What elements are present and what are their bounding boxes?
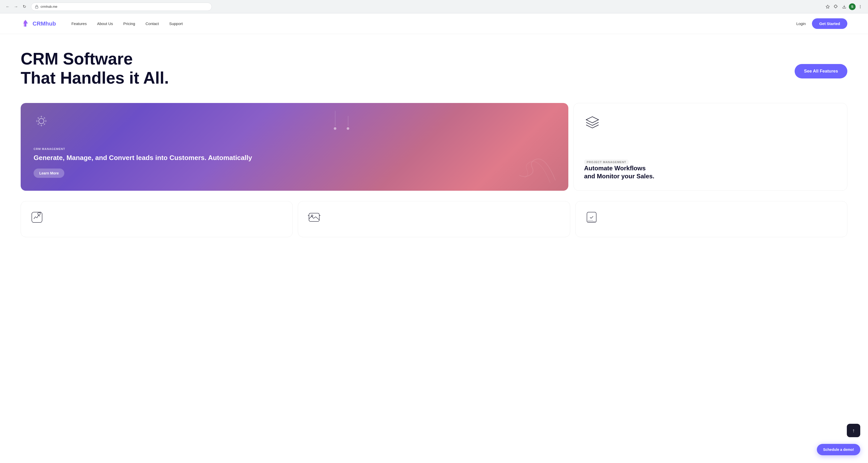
featured-card-title: Generate, Manage, and Convert leads into… xyxy=(34,154,555,162)
side-card-tag: PROJECT MANAGEMENT xyxy=(584,160,629,165)
url-text: crmhub.me xyxy=(40,5,57,8)
nav-about[interactable]: About Us xyxy=(97,22,113,26)
nav-support[interactable]: Support xyxy=(169,22,183,26)
bottom-card-tasks xyxy=(575,201,847,237)
svg-point-4 xyxy=(860,6,860,7)
browser-action-buttons: S xyxy=(824,3,864,10)
forward-button[interactable]: → xyxy=(12,3,20,10)
analytics-icon xyxy=(30,210,44,224)
gear-svg xyxy=(34,113,49,129)
side-card-content: PROJECT MANAGEMENT Automate Workflows an… xyxy=(584,160,837,180)
logo-text: CRMhub xyxy=(33,21,56,27)
side-card-title: Automate Workflows and Monitor your Sale… xyxy=(584,164,837,180)
navbar: CRMhub Features About Us Pricing Contact… xyxy=(0,13,868,34)
decorative-dots xyxy=(334,111,349,130)
hero-title: CRM Software That Handles it All. xyxy=(21,49,169,88)
bottom-card-analytics xyxy=(21,201,293,237)
nav-links: Features About Us Pricing Contact Suppor… xyxy=(71,22,796,26)
svg-point-6 xyxy=(39,119,44,124)
learn-more-button[interactable]: Learn More xyxy=(34,168,64,178)
nav-features[interactable]: Features xyxy=(71,22,87,26)
hero-section: CRM Software That Handles it All. See Al… xyxy=(0,34,868,98)
get-started-button[interactable]: Get Started xyxy=(812,18,847,29)
lock-icon xyxy=(35,5,38,8)
download-button[interactable] xyxy=(841,3,848,10)
bottom-cards-section xyxy=(0,201,868,247)
schedule-demo-button[interactable]: Schedule a demo! xyxy=(817,444,860,455)
tasks-icon xyxy=(585,210,598,224)
featured-card: CRM MANAGEMENT Generate, Manage, and Con… xyxy=(21,103,568,191)
scroll-top-button[interactable]: ↑ xyxy=(847,424,860,437)
logo-icon xyxy=(21,19,30,29)
login-button[interactable]: Login xyxy=(796,22,806,26)
nav-pricing[interactable]: Pricing xyxy=(123,22,135,26)
svg-point-5 xyxy=(860,8,860,8)
nav-right-actions: Login Get Started xyxy=(796,18,847,29)
page-wrapper: CRMhub Features About Us Pricing Contact… xyxy=(0,13,868,463)
logo[interactable]: CRMhub xyxy=(21,19,56,29)
menu-button[interactable] xyxy=(857,3,864,10)
bottom-card-gallery xyxy=(298,201,570,237)
svg-rect-13 xyxy=(587,212,596,223)
browser-nav-buttons: ← → ↻ xyxy=(4,3,28,10)
download-icon xyxy=(842,5,846,9)
gallery-icon xyxy=(307,210,321,224)
svg-rect-8 xyxy=(32,212,42,223)
svg-point-3 xyxy=(860,5,860,5)
back-button[interactable]: ← xyxy=(4,3,11,10)
reload-button[interactable]: ↻ xyxy=(21,3,28,10)
svg-rect-0 xyxy=(35,6,38,8)
puzzle-icon xyxy=(834,5,838,9)
layers-icon xyxy=(584,113,837,131)
address-bar[interactable]: crmhub.me xyxy=(31,3,212,11)
featured-card-tag: CRM MANAGEMENT xyxy=(34,147,555,151)
nav-contact[interactable]: Contact xyxy=(146,22,159,26)
layers-svg xyxy=(584,113,601,130)
bookmark-button[interactable] xyxy=(824,3,831,10)
cards-section: CRM MANAGEMENT Generate, Manage, and Con… xyxy=(0,98,868,201)
gear-icon xyxy=(34,113,49,130)
svg-point-12 xyxy=(311,215,313,217)
more-icon xyxy=(858,5,862,9)
see-all-features-button[interactable]: See All Features xyxy=(795,64,847,78)
side-card: PROJECT MANAGEMENT Automate Workflows an… xyxy=(574,103,847,191)
svg-marker-1 xyxy=(826,5,829,8)
extensions-button[interactable] xyxy=(832,3,840,10)
profile-avatar[interactable]: S xyxy=(849,3,856,10)
browser-chrome: ← → ↻ crmhub.me S xyxy=(0,0,868,13)
abstract-shape xyxy=(509,147,561,186)
star-icon xyxy=(826,5,830,9)
